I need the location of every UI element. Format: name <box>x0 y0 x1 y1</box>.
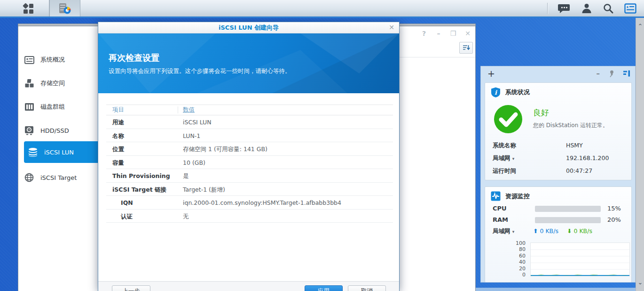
settings-table: 项目 数值 用途 iSCSI LUN 名称 LUN-1 位置 存储空间 1 (可… <box>106 105 393 223</box>
hdd-icon <box>24 126 34 135</box>
main-menu-icon <box>22 2 35 15</box>
row-label: 用途 <box>112 119 124 127</box>
sort-button[interactable] <box>459 42 473 54</box>
sidebar-item-hdd-ssd[interactable]: HDD/SSD <box>24 121 104 139</box>
sort-icon <box>463 44 470 51</box>
table-row: 位置 存储空间 1 (可用容量: 141 GB) <box>106 142 393 156</box>
sidebar-item-iscsi-lun[interactable]: iSCSI LUN <box>24 141 106 163</box>
sidebar-item-volume[interactable]: 存储空间 <box>24 74 104 92</box>
dock-right-icon[interactable] <box>623 70 630 77</box>
status-description: 您的 DiskStation 运转正常。 <box>533 121 608 129</box>
window-controls: ? – ❒ ✕ <box>420 30 471 37</box>
lan-chart-yaxis: 100 80 60 40 20 0 <box>507 240 526 278</box>
iscsi-lun-icon <box>28 147 38 157</box>
row-label: IQN <box>121 199 133 206</box>
scroll-up-icon[interactable]: ⌃ <box>636 21 644 31</box>
overview-icon <box>24 56 34 64</box>
table-header-value[interactable]: 数值 <box>183 106 195 114</box>
ytick: 20 <box>519 266 526 272</box>
disk-group-icon <box>24 103 34 111</box>
storage-manager-icon <box>58 1 72 16</box>
cpu-label: CPU <box>493 205 507 212</box>
volume-icon <box>24 79 34 88</box>
lan-chart-plot <box>531 243 629 276</box>
main-menu-button[interactable] <box>8 0 49 16</box>
scroll-down-icon[interactable]: ⌄ <box>636 277 644 287</box>
row-value: LUN-1 <box>183 132 200 139</box>
pin-icon[interactable] <box>608 70 615 77</box>
iscsi-lun-wizard-dialog: iSCSI LUN 创建向导 ✕ 再次检查设置 设置向导将会应用下列设置。这个步… <box>98 22 400 291</box>
dialog-close-icon[interactable]: ✕ <box>389 24 394 31</box>
widget-minimize-button[interactable]: – <box>597 70 600 77</box>
widget-title: 资源监控 <box>505 192 530 201</box>
cpu-bar-track <box>535 206 601 212</box>
ytick: 40 <box>519 259 526 265</box>
ytick: 60 <box>519 253 526 259</box>
previous-button[interactable]: 上一步 <box>112 285 150 291</box>
ram-bar-track <box>535 217 601 223</box>
sidebar-item-overview[interactable]: 系统概况 <box>24 51 104 69</box>
user-icon[interactable] <box>581 3 592 14</box>
pilot-view-icon[interactable] <box>624 3 636 14</box>
row-label: 认证 <box>121 213 133 221</box>
row-value: Target-1 (新增) <box>183 186 225 194</box>
row-label: iSCSI Target 链接 <box>112 186 166 194</box>
chevron-down-icon[interactable]: ▾ <box>512 229 515 234</box>
sidebar-item-iscsi-target[interactable]: iSCSI Target <box>24 169 104 186</box>
taskbar <box>0 0 644 18</box>
window-close-button[interactable]: ✕ <box>464 30 471 37</box>
ytick: 0 <box>522 272 526 278</box>
info-value: 00:47:27 <box>566 167 592 174</box>
add-widget-button[interactable]: + <box>487 68 495 79</box>
row-label: 容量 <box>112 159 124 167</box>
cancel-button[interactable]: 取消 <box>348 285 386 291</box>
download-arrow-icon: ⬇ <box>567 227 572 234</box>
ram-label: RAM <box>493 216 508 223</box>
sidebar-item-label: 存储空间 <box>40 79 65 88</box>
chevron-down-icon[interactable]: ▾ <box>512 156 515 161</box>
status-text: 良好 <box>533 107 549 118</box>
desktop: ? – ❒ ✕ 系统概况 <box>0 0 644 291</box>
dialog-footer: 上一步 应用 取消 <box>98 281 399 291</box>
resource-monitor-icon <box>491 191 501 201</box>
table-row: 名称 LUN-1 <box>106 129 393 143</box>
cpu-percent: 15% <box>607 205 621 212</box>
ram-percent: 20% <box>607 216 621 223</box>
banner-heading: 再次检查设置 <box>109 52 159 64</box>
window-help-button[interactable]: ? <box>420 30 428 37</box>
upload-rate: ⬆ 0 KB/s <box>533 227 558 234</box>
dialog-titlebar[interactable]: iSCSI LUN 创建向导 ✕ <box>98 22 399 33</box>
sidebar-item-disk-group[interactable]: 磁盘群组 <box>24 98 104 116</box>
chat-icon[interactable] <box>558 3 571 14</box>
ram-row: RAM 20% <box>493 216 625 224</box>
iscsi-target-icon <box>24 173 34 182</box>
sidebar-item-label: iSCSI Target <box>40 174 77 181</box>
ytick: 100 <box>516 240 526 246</box>
table-row: 容量 10 (GB) <box>106 156 393 170</box>
sidebar-item-label: HDD/SSD <box>40 127 69 134</box>
sidebar-item-label: 磁盘群组 <box>40 103 65 111</box>
lan-label[interactable]: 局域网 ▾ <box>493 227 514 234</box>
info-value: HSMY <box>566 142 583 149</box>
window-maximize-button[interactable]: ❒ <box>449 30 457 37</box>
search-icon[interactable] <box>603 3 614 14</box>
row-value: iSCSI LUN <box>183 119 212 126</box>
cpu-row: CPU 15% <box>493 205 625 212</box>
dialog-banner: 再次检查设置 设置向导将会应用下列设置。这个步骤将会花一些时间，请耐心等待。 <box>98 33 399 93</box>
info-label[interactable]: 局域网 ▾ <box>493 154 514 162</box>
apply-button[interactable]: 应用 <box>305 285 343 291</box>
row-value: iqn.2000-01.com.synology:HSMY.Target-1.a… <box>183 199 341 206</box>
ytick: 80 <box>519 246 526 252</box>
row-label: 位置 <box>112 146 124 154</box>
desktop-scrollbar[interactable]: ⌃ ⌄ <box>636 18 644 291</box>
row-value: 是 <box>183 172 189 180</box>
sidebar-item-label: 系统概况 <box>40 56 65 64</box>
window-minimize-button[interactable]: – <box>435 30 442 37</box>
column-divider <box>178 106 178 113</box>
widget-panel: + – i <box>480 66 636 283</box>
info-shield-icon: i <box>491 87 501 97</box>
widget-toolbar: + – <box>481 66 635 81</box>
sidebar-item-label: iSCSI LUN <box>44 149 74 156</box>
storage-manager-taskbar-button[interactable] <box>49 0 80 16</box>
table-row: 用途 iSCSI LUN <box>106 115 393 129</box>
